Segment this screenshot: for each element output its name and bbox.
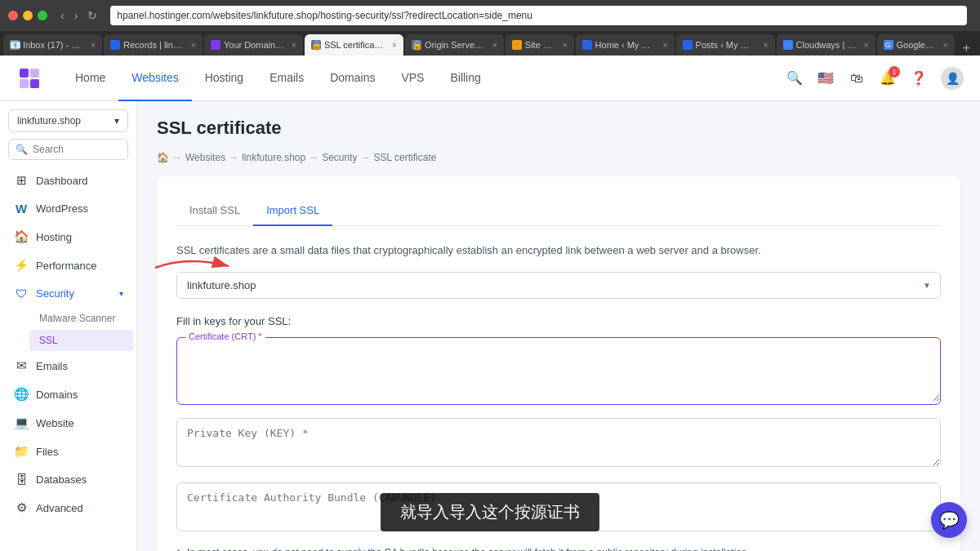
tab-favicon-6	[582, 40, 592, 50]
security-chevron: ▾	[119, 289, 123, 298]
sidebar-item-dashboard[interactable]: ⊞ Dashboard	[3, 167, 133, 194]
marketplace-icon[interactable]: 🛍	[848, 69, 866, 87]
tab-close-7[interactable]: ×	[764, 41, 768, 50]
browser-close-btn[interactable]	[8, 11, 18, 20]
browser-tab-8[interactable]: Cloudways | Next... ×	[777, 34, 875, 56]
browser-maximize-btn[interactable]	[38, 11, 47, 20]
tab-favicon-5	[512, 40, 522, 50]
chat-widget[interactable]: 💬	[931, 502, 967, 538]
breadcrumb-security[interactable]: Security	[322, 152, 357, 163]
sidebar-item-performance[interactable]: ⚡ Performance	[3, 251, 133, 279]
browser-tab-7[interactable]: Posts ‹ My WordP... ×	[676, 34, 775, 56]
tab-favicon-4: 🔒	[412, 40, 421, 50]
tab-close-1[interactable]: ×	[191, 41, 196, 50]
tab-favicon-0: 📧	[10, 40, 20, 50]
address-bar[interactable]: hpanel.hostinger.com/websites/linkfuture…	[110, 6, 967, 25]
sidebar-search-box[interactable]: 🔍	[8, 139, 128, 160]
svg-rect-0	[20, 69, 29, 78]
nav-vps[interactable]: VPS	[388, 56, 437, 101]
sidebar-item-databases[interactable]: 🗄 Databases	[3, 466, 133, 493]
tab-install-ssl[interactable]: Install SSL	[176, 196, 253, 226]
nav-home[interactable]: Home	[62, 56, 118, 101]
user-avatar[interactable]: 👤	[941, 67, 964, 90]
crt-textarea-wrapper: Certificate (CRT) *	[176, 337, 941, 405]
sidebar-item-label-domains: Domains	[36, 389, 78, 401]
help-icon[interactable]: ❓	[910, 69, 928, 87]
svg-rect-1	[30, 69, 39, 78]
crt-textarea[interactable]	[177, 344, 940, 402]
crt-label: Certificate (CRT) *	[185, 331, 265, 341]
nav-domains[interactable]: Domains	[317, 56, 388, 101]
tab-close-8[interactable]: ×	[864, 41, 869, 50]
tab-favicon-3: 🔒	[311, 40, 321, 50]
notifications-icon[interactable]: 🔔 1	[879, 69, 897, 87]
domain-selector-value: linkfuture.shop	[17, 115, 81, 127]
browser-tab-0[interactable]: 📧 Inbox (17) - micha... ×	[3, 34, 102, 56]
breadcrumb-home-icon: 🏠	[157, 152, 169, 163]
sidebar-item-website[interactable]: 💻 Website	[3, 409, 133, 437]
sidebar-item-label-hosting: Hosting	[36, 231, 72, 243]
tab-close-2[interactable]: ×	[292, 41, 296, 50]
new-tab-btn[interactable]: +	[956, 41, 977, 56]
url-text: hpanel.hostinger.com/websites/linkfuture…	[117, 10, 532, 21]
sidebar-item-wordpress[interactable]: W WordPress	[3, 195, 133, 222]
domains-icon: 🌐	[13, 387, 29, 402]
nav-hosting[interactable]: Hosting	[192, 56, 256, 101]
databases-icon: 🗄	[13, 473, 29, 487]
domain-selector[interactable]: linkfuture.shop ▾	[8, 109, 128, 132]
browser-tab-5[interactable]: Site Tools ×	[506, 34, 574, 56]
tab-close-4[interactable]: ×	[492, 41, 497, 50]
tab-close-6[interactable]: ×	[663, 41, 668, 50]
tab-favicon-8	[783, 40, 793, 50]
browser-tab-6[interactable]: Home ‹ My WordP... ×	[576, 34, 675, 56]
svg-rect-2	[20, 79, 29, 88]
private-key-group	[176, 418, 941, 469]
breadcrumb-websites[interactable]: Websites	[185, 152, 225, 163]
forward-btn[interactable]: ›	[71, 7, 82, 24]
sidebar-sub-malware-scanner[interactable]: Malware Scanner	[29, 308, 133, 329]
sidebar-item-label-website: Website	[36, 417, 74, 429]
browser-tab-2[interactable]: Your Domains list... ×	[204, 34, 303, 56]
nav-websites[interactable]: Websites	[118, 56, 191, 101]
info-icon: ℹ	[176, 548, 180, 552]
page-title: SSL certificate	[157, 118, 281, 139]
tab-close-5[interactable]: ×	[563, 41, 568, 50]
back-btn[interactable]: ‹	[57, 7, 68, 24]
search-nav-icon[interactable]: 🔍	[786, 69, 804, 87]
private-key-textarea[interactable]	[176, 418, 941, 467]
breadcrumb-ssl: SSL certificate	[374, 152, 437, 163]
sidebar-item-files[interactable]: 📁 Files	[3, 438, 133, 465]
browser-tab-3[interactable]: 🔒 SSL certificate | H... ×	[305, 34, 403, 56]
domain-select[interactable]: linkfuture.shop	[176, 272, 941, 299]
advanced-icon: ⚙	[13, 500, 29, 515]
browser-bar: ‹ › ↻ hpanel.hostinger.com/websites/link…	[0, 0, 980, 31]
browser-tab-9[interactable]: G Google 翻译 ×	[877, 34, 955, 56]
tab-label-5: Site Tools	[525, 40, 556, 50]
sidebar-item-emails[interactable]: ✉ Emails	[3, 352, 133, 380]
website-icon: 💻	[13, 415, 29, 430]
language-flag[interactable]: 🇺🇸	[817, 69, 835, 87]
sidebar-item-domains[interactable]: 🌐 Domains	[3, 380, 133, 408]
nav-billing[interactable]: Billing	[437, 56, 493, 101]
sidebar-item-label-databases: Databases	[36, 473, 87, 486]
sidebar-item-hosting[interactable]: 🏠 Hosting	[3, 223, 133, 251]
nav-emails[interactable]: Emails	[256, 56, 317, 101]
browser-tab-1[interactable]: Records | linkfutu... ×	[104, 34, 203, 56]
breadcrumb-domain[interactable]: linkfuture.shop	[242, 152, 305, 163]
sidebar-item-security[interactable]: 🛡 Security ▾	[3, 280, 133, 307]
sidebar-item-label-security: Security	[36, 287, 74, 300]
tab-close-0[interactable]: ×	[91, 41, 96, 50]
sidebar-sub-ssl[interactable]: SSL	[29, 330, 133, 351]
performance-icon: ⚡	[13, 258, 29, 273]
files-icon: 📁	[13, 444, 29, 459]
tab-import-ssl[interactable]: Import SSL	[253, 196, 332, 226]
tab-label-4: Origin Server | lin...	[425, 40, 486, 50]
tab-close-9[interactable]: ×	[943, 41, 948, 50]
logo[interactable]	[16, 65, 42, 91]
reload-btn[interactable]: ↻	[84, 7, 100, 24]
sidebar-search-input[interactable]	[33, 144, 121, 155]
tab-close-3[interactable]: ×	[392, 41, 397, 50]
browser-tab-4[interactable]: 🔒 Origin Server | lin... ×	[405, 34, 504, 56]
browser-minimize-btn[interactable]	[23, 11, 33, 20]
sidebar-item-advanced[interactable]: ⚙ Advanced	[3, 494, 133, 522]
